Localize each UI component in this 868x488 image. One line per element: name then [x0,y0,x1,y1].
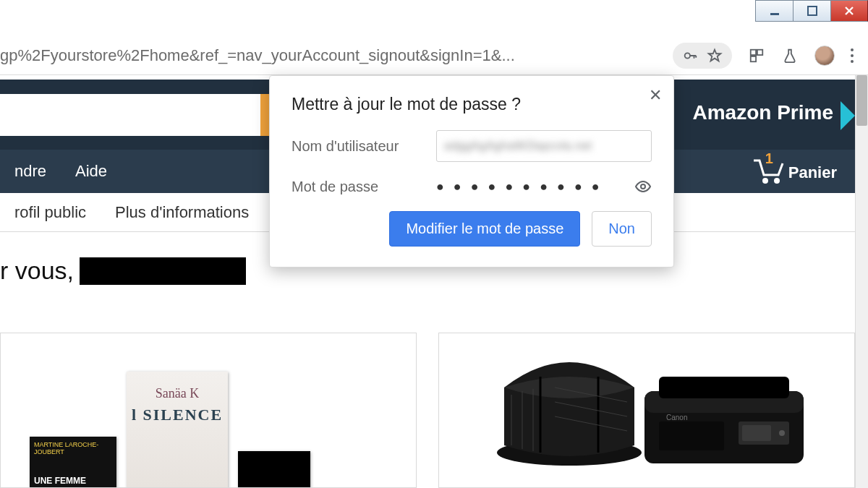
minimize-button[interactable] [755,0,793,22]
extension-grid-icon[interactable] [748,47,765,64]
svg-rect-19 [659,377,789,398]
prime-chevron-icon [841,101,855,130]
product-cards-row: MARTINE LAROCHE-JOUBERT UNE FEMME Sanäa … [0,333,855,488]
svg-rect-21 [742,425,771,441]
modify-password-button[interactable]: Modifier le mot de passe [389,211,580,247]
address-bar: gp%2Fyourstore%2Fhome&ref_=nav_yourAccou… [0,36,868,75]
svg-rect-3 [751,49,756,54]
scrollbar-thumb[interactable] [856,75,867,126]
svg-rect-0 [770,13,779,15]
greeting-text: r vous, [0,257,246,285]
no-button[interactable]: Non [592,211,652,247]
subnav-more[interactable]: Plus d'informations [101,203,263,222]
svg-point-2 [685,53,690,58]
cart-label: Panier [788,163,837,185]
password-label: Mot de passe [292,179,436,195]
extension-flask-icon[interactable] [781,47,799,64]
greeting-fragment: r vous, [0,257,74,285]
svg-rect-5 [751,56,756,61]
cart-count: 1 [765,150,773,167]
svg-point-6 [762,178,768,184]
book-thumb-1: MARTINE LAROCHE-JOUBERT UNE FEMME [30,437,116,488]
popup-title: Mettre à jour le mot de passe ? [292,95,652,114]
printer-image: Canon [637,355,811,478]
profile-avatar[interactable] [814,46,835,66]
prime-link[interactable]: Amazon Prime [693,101,834,124]
search-input-stub[interactable] [0,94,260,136]
svg-rect-23 [659,421,724,450]
toolbar-icons [658,43,868,69]
window-controls [755,0,868,22]
product-card[interactable]: Canon [438,333,855,488]
save-password-popup: ✕ Mettre à jour le mot de passe ? Nom d'… [269,75,674,267]
key-icon [681,47,699,64]
username-label: Nom d'utilisateur [292,138,436,155]
product-card[interactable]: MARTINE LAROCHE-JOUBERT UNE FEMME Sanäa … [0,333,417,488]
svg-rect-4 [757,49,762,54]
eye-icon[interactable] [634,178,652,195]
book-thumb-3 [238,451,310,488]
book-thumb-2: Sanäa K l SILENCE [127,372,228,488]
desk-organizer-image [490,344,649,467]
nav-sell[interactable]: ndre [0,162,61,181]
svg-rect-1 [808,7,817,15]
cart-button[interactable]: 1 Panier [749,153,837,185]
redacted-name [80,257,246,285]
close-icon[interactable]: ✕ [649,86,662,105]
close-window-button[interactable] [830,0,868,22]
kebab-menu-icon[interactable] [851,48,854,63]
password-mask[interactable]: ● ● ● ● ● ● ● ● ● ● [436,179,634,194]
vertical-scrollbar[interactable] [855,75,868,488]
svg-text:Canon: Canon [666,414,687,421]
nav-help[interactable]: Aide [61,162,122,181]
svg-point-7 [774,178,780,184]
svg-point-22 [779,430,785,436]
svg-point-25 [641,184,645,189]
key-star-chip[interactable] [673,43,732,69]
username-value: adggAgAghaW2lapcvla.net [444,140,592,153]
username-field[interactable]: adggAgAghaW2lapcvla.net [436,130,652,162]
subnav-profile[interactable]: rofil public [0,203,101,222]
url-text[interactable]: gp%2Fyourstore%2Fhome&ref_=nav_yourAccou… [0,46,658,65]
star-icon [706,47,723,64]
maximize-button[interactable] [793,0,830,22]
